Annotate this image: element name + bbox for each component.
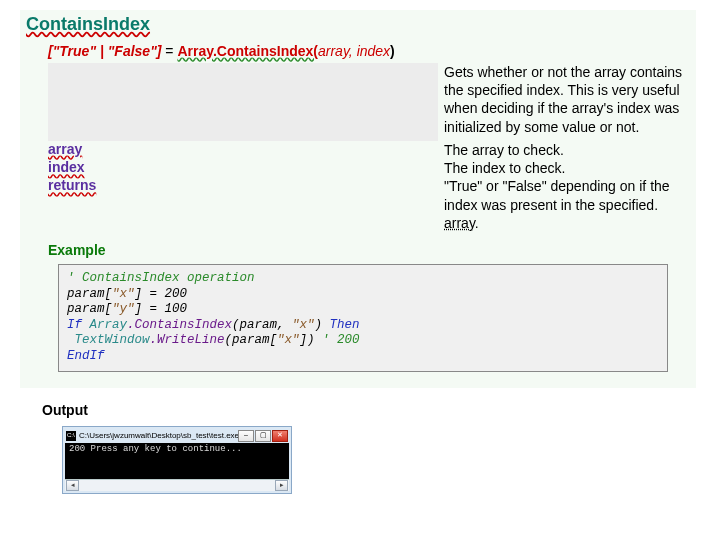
description-gutter: [48, 63, 438, 141]
close-button[interactable]: ✕: [272, 430, 288, 442]
section-heading: ContainsIndex: [26, 14, 690, 35]
description-text: Gets whether or not the array contains t…: [438, 63, 690, 141]
function-signature: ["True" | "False"] = Array.ContainsIndex…: [48, 43, 690, 59]
param-row-returns: returns "True" or "False" depending on i…: [48, 177, 690, 232]
sig-arg-index: index: [357, 43, 390, 59]
sig-return-type: ["True" | "False"]: [48, 43, 161, 59]
console-scrollbar[interactable]: ◂ ▸: [65, 479, 289, 491]
param-row-index: index The index to check.: [48, 159, 690, 177]
param-desc-returns: "True" or "False" depending on if the in…: [438, 177, 690, 232]
scroll-right-button[interactable]: ▸: [275, 480, 288, 491]
scroll-left-button[interactable]: ◂: [66, 480, 79, 491]
console-window: C:\Users\jwzumwalt\Desktop\sb_test\test.…: [62, 426, 292, 494]
description-row: Gets whether or not the array contains t…: [48, 63, 690, 141]
code-example: ' ContainsIndex operation param["x"] = 2…: [58, 264, 668, 372]
minimize-button[interactable]: –: [238, 430, 254, 442]
output-heading: Output: [42, 402, 696, 418]
param-desc-array: The array to check.: [438, 141, 690, 159]
param-name-returns: returns: [48, 177, 96, 193]
console-titlebar: C:\Users\jwzumwalt\Desktop\sb_test\test.…: [65, 429, 289, 443]
console-output: 200 Press any key to continue...: [65, 443, 289, 479]
example-heading: Example: [48, 242, 690, 258]
doc-section: ContainsIndex ["True" | "False"] = Array…: [20, 10, 696, 388]
param-name-index: index: [48, 159, 85, 175]
console-title-path: C:\Users\jwzumwalt\Desktop\sb_test\test.…: [79, 431, 238, 440]
console-icon: [66, 431, 76, 441]
sig-method: Array.ContainsIndex(: [177, 43, 318, 59]
param-name-array: array: [48, 141, 82, 157]
scroll-track[interactable]: [79, 481, 275, 490]
sig-arg-array: array: [318, 43, 349, 59]
param-desc-index: The index to check.: [438, 159, 690, 177]
maximize-button[interactable]: ▢: [255, 430, 271, 442]
param-row-array: array The array to check.: [48, 141, 690, 159]
